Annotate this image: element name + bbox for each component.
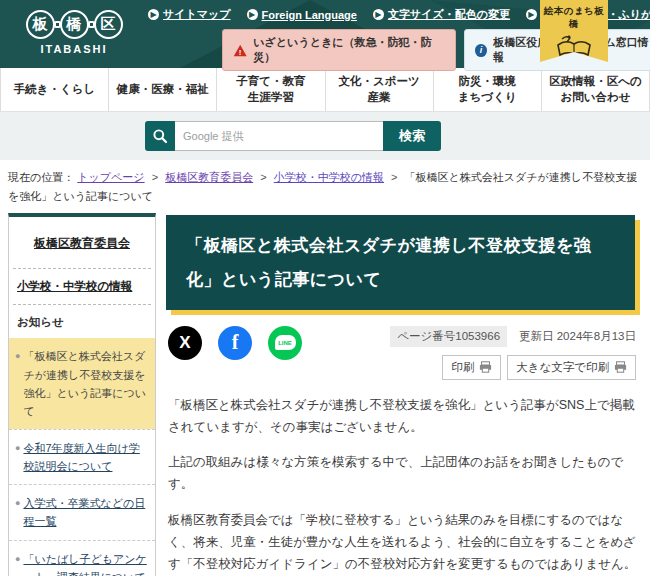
content-area: 板橋区教育委員会 小学校・中学校の情報 お知らせ ● 「板橋区と株式会社スダチが… (0, 211, 650, 576)
page-number-badge: ページ番号1053966 (390, 326, 507, 347)
social-share-row: X f LINE (168, 326, 302, 360)
bullet-icon: ● (15, 550, 20, 576)
print-button[interactable]: 印刷 (442, 355, 501, 380)
nav-health-welfare[interactable]: 健康・医療・福祉 (109, 68, 217, 111)
sidebar: 板橋区教育委員会 小学校・中学校の情報 お知らせ ● 「板橋区と株式会社スダチが… (8, 213, 156, 576)
article-body: 「板橋区と株式会社スダチが連携し不登校支援を強化」という記事がSNS上で掲載され… (168, 394, 640, 576)
itabashi-page: 板 橋 区 ITABASHI ▶ サイトマップ ▶ Foreign Langua… (0, 0, 650, 576)
global-nav: 手続き・くらし 健康・医療・福祉 子育て・教育生涯学習 文化・スポーツ産業 防災… (0, 68, 650, 112)
meta-right: ページ番号1053966 更新日 2024年8月13日 印刷 (390, 326, 636, 380)
arrow-circle-icon: ▶ (247, 9, 258, 20)
sitemap-link[interactable]: ▶ サイトマップ (148, 7, 231, 22)
nav-culture-sports[interactable]: 文化・スポーツ産業 (326, 68, 434, 111)
font-size-color-link[interactable]: ▶ 文字サイズ・配色の変更 (373, 7, 510, 22)
bullet-icon: ● (15, 347, 20, 420)
nav-procedures[interactable]: 手続き・くらし (0, 68, 109, 111)
breadcrumb-separator: > (391, 171, 397, 183)
svg-text:!: ! (239, 47, 242, 56)
arrow-circle-icon: ▶ (148, 9, 159, 20)
sidebar-item-school-briefing[interactable]: ● 令和7年度新入生向け学校説明会について (9, 429, 155, 484)
search-bar: 検索 (145, 121, 441, 151)
info-icon: i (475, 44, 487, 57)
x-share-icon[interactable]: X (168, 326, 202, 360)
foreign-language-link[interactable]: ▶ Foreign Language (247, 9, 357, 21)
breadcrumb-separator: > (260, 171, 266, 183)
nav-disaster-environment[interactable]: 防災・環境まちづくり (434, 68, 542, 111)
logo-char: 区 (94, 10, 123, 39)
meta-row: ページ番号1053966 更新日 2024年8月13日 (390, 326, 636, 347)
breadcrumb-separator: > (152, 171, 158, 183)
paragraph: 上記の取組みは様々な方策を模索する中で、上記団体のお話をお聞きしたものです。 (168, 451, 640, 496)
line-bubble: LINE (275, 335, 296, 350)
printer-icon (614, 361, 627, 373)
arrow-circle-icon: ▶ (526, 9, 537, 20)
bullet-icon: ● (15, 494, 20, 530)
breadcrumb-link-schools[interactable]: 小学校・中学校の情報 (274, 171, 384, 183)
logo-char: 板 (26, 10, 55, 39)
search-input[interactable] (175, 121, 383, 151)
sidebar-current-item: ● 「板橋区と株式会社スダチが連携し不登校支援を強化」という記事について (9, 338, 155, 429)
sidebar-committee-link[interactable]: 板橋区教育委員会 (9, 217, 155, 268)
article: 「板橋区と株式会社スダチが連携し不登校支援を強化」という記事について X f L… (166, 213, 642, 576)
search-band: 検索 (0, 112, 650, 160)
logo-subtitle: ITABASHI (14, 43, 134, 55)
printer-icon (479, 361, 492, 373)
bullet-icon: ● (15, 439, 20, 475)
breadcrumb-link-top[interactable]: トップページ (77, 171, 144, 183)
itabashi-logo[interactable]: 板 橋 区 ITABASHI (14, 10, 134, 55)
search-button[interactable]: 検索 (383, 121, 441, 151)
emergency-button[interactable]: ! いざというときに（救急・防犯・防災） (222, 29, 456, 71)
paragraph: 板橋区教育委員会では「学校に登校する」という結果のみを目標にするのではなく、将来… (168, 509, 640, 576)
search-icon (145, 121, 175, 151)
site-header: 板 橋 区 ITABASHI ▶ サイトマップ ▶ Foreign Langua… (0, 0, 650, 68)
paragraph: 「板橋区と株式会社スダチが連携し不登校支援を強化」という記事がSNS上で掲載され… (168, 394, 640, 439)
page-title: 「板橋区と株式会社スダチが連携し不登校支援を強化」という記事について (166, 215, 635, 309)
ribbon-label: 絵本のまち板橋 (540, 0, 608, 31)
breadcrumb-link-board[interactable]: 板橋区教育委員会 (165, 171, 253, 183)
nav-city-info-contact[interactable]: 区政情報・区へのお問い合わせ (542, 68, 650, 111)
sidebar-news-header: お知らせ (9, 305, 155, 338)
logo-circles: 板 橋 区 (14, 10, 134, 39)
print-large-button[interactable]: 大きな文字で印刷 (507, 355, 636, 380)
warning-icon: ! (233, 44, 247, 57)
breadcrumb-prefix: 現在の位置： (8, 171, 74, 183)
breadcrumb: 現在の位置： トップページ > 板橋区教育委員会 > 小学校・中学校の情報 > … (0, 160, 650, 211)
updated-date: 更新日 2024年8月13日 (519, 329, 636, 344)
sidebar-item-child-survey[interactable]: ● 「いたばし子どもアンケート」調査結果について (9, 540, 155, 576)
facebook-share-icon[interactable]: f (218, 326, 252, 360)
sidebar-item-ceremony-schedule[interactable]: ● 入学式・卒業式などの日程一覧 (9, 484, 155, 539)
nav-childcare-education[interactable]: 子育て・教育生涯学習 (217, 68, 325, 111)
arrow-circle-icon: ▶ (373, 9, 384, 20)
logo-char: 橋 (60, 10, 89, 39)
line-share-icon[interactable]: LINE (268, 326, 302, 360)
article-meta: X f LINE ページ番号1053966 更新日 2024年8月13日 印刷 (168, 326, 636, 380)
sidebar-section-link[interactable]: 小学校・中学校の情報 (9, 269, 155, 304)
print-buttons: 印刷 大きな文字で印刷 (442, 355, 636, 380)
